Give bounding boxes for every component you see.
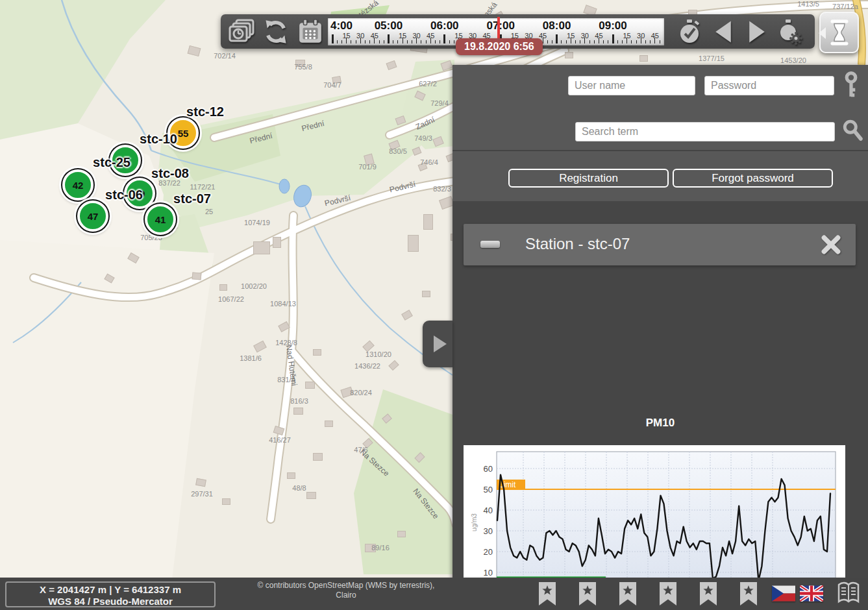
parcel-label: 1381/6 [240, 354, 262, 362]
parcel-label: 746/4 [420, 158, 438, 166]
bookmark-star-icon [700, 582, 717, 605]
station-marker-value: 47 [77, 201, 108, 232]
timeline-quarter-label: 15 [623, 32, 630, 40]
map-building [273, 237, 281, 248]
timeline-tick [617, 40, 618, 43]
timeline-hour-label: 07:00 [486, 19, 514, 32]
parcel-label: 297/31 [191, 490, 213, 498]
timeline-tick [552, 40, 552, 43]
collapse-minus-button[interactable] [480, 241, 500, 248]
timeline-tick [351, 40, 351, 43]
registration-button[interactable]: Registration [508, 169, 669, 188]
map-building [408, 235, 419, 252]
timeline-quarter-label: 15 [342, 32, 350, 40]
bookmark-star-button[interactable] [660, 582, 676, 605]
parcel-label: 416/27 [269, 436, 291, 444]
timeline-tick [561, 40, 562, 43]
parcel-label: 1377/15 [699, 55, 725, 62]
timeline-tick [575, 40, 576, 43]
timeline-tick [412, 40, 412, 43]
timeline-tick [449, 40, 450, 43]
coordinates-readout: X = 2041427 m | Y = 6412337 m WGS 84 / P… [5, 581, 216, 607]
map-building [423, 214, 433, 230]
timeline-tick [603, 40, 604, 43]
chart-title: PM10 [453, 417, 868, 430]
timeline-tick [388, 34, 390, 43]
station-marker[interactable]: 47 [76, 199, 110, 233]
panel-toggle-button[interactable] [423, 321, 453, 367]
legend-book-button[interactable] [837, 581, 860, 607]
magnifier-icon [842, 118, 863, 141]
czech-flag-button[interactable] [772, 585, 795, 602]
bookmark-star-button[interactable] [700, 582, 717, 605]
panel-divider [453, 150, 868, 151]
bookmark-star-button[interactable] [539, 582, 556, 605]
timeline-tick [580, 40, 580, 43]
search-input[interactable] [575, 122, 835, 141]
timeline-cursor[interactable] [497, 17, 500, 40]
bookmark-star-icon [579, 582, 596, 605]
station-title: Station - stc-07 [525, 235, 630, 253]
forgot-password-button[interactable]: Forgot password [673, 169, 833, 188]
timeline-quarter-label: 15 [567, 32, 575, 40]
password-input[interactable] [704, 76, 834, 95]
map-building [293, 408, 303, 415]
timeline-tick [435, 40, 436, 43]
station-marker[interactable]: 41 [143, 202, 177, 236]
station-section: Station - stc-07 PM10 010203040506013.08… [453, 201, 868, 610]
station-label: stc-10 [140, 132, 177, 147]
calendar-button[interactable] [296, 19, 325, 45]
timeline-hour-label: 08:00 [543, 19, 571, 32]
right-panel: Registration Forgot password Station - s… [453, 65, 868, 610]
timeline-tick [556, 34, 558, 43]
bottom-status-bar: X = 2041427 m | Y = 6412337 m WGS 84 / P… [0, 578, 868, 610]
station-label: stc-12 [186, 104, 224, 119]
czech-flag-icon [772, 585, 795, 602]
parcel-label: 830/5 [389, 147, 407, 155]
close-button[interactable] [821, 234, 841, 255]
history-frames-button[interactable] [227, 19, 256, 45]
timeline-hour-label: 4:00 [330, 19, 353, 32]
timeline-quarter-label: 30 [412, 32, 420, 40]
parcel-label: 749/3 [414, 134, 432, 142]
svg-text:60: 60 [484, 464, 493, 474]
timeline-tick [397, 40, 398, 43]
uk-flag-icon [800, 585, 823, 602]
parcel-label: 737/12a [832, 3, 858, 10]
parcel-label: 704/7 [323, 81, 341, 89]
station-panel-header: Station - stc-07 [464, 224, 856, 265]
hourglass-button[interactable] [819, 12, 859, 53]
uk-flag-button[interactable] [800, 585, 823, 602]
station-marker-value: 42 [62, 169, 93, 201]
key-login-button[interactable] [842, 71, 860, 103]
parcel-label: 832/3 [433, 185, 451, 193]
map-building [195, 478, 206, 487]
parcel-label: 1002/20 [241, 282, 267, 290]
timeline-hour-label: 06:00 [430, 19, 458, 32]
bookmark-star-button[interactable] [619, 582, 636, 605]
svg-text:20: 20 [484, 547, 493, 557]
step-forward-button[interactable] [743, 19, 771, 45]
timeline-quarter-label: 30 [581, 32, 589, 40]
bookmark-star-button[interactable] [740, 582, 757, 605]
timeline-tick [337, 40, 338, 43]
bookmark-star-button[interactable] [579, 582, 596, 605]
username-input[interactable] [568, 76, 695, 95]
parcel-label: 755/8 [294, 63, 312, 71]
map-building [313, 453, 323, 461]
step-backward-button[interactable] [709, 19, 738, 45]
timer-settings-button[interactable] [776, 19, 805, 45]
timer-start-button[interactable] [675, 19, 704, 45]
chevron-right-icon [434, 336, 447, 352]
map-building [397, 531, 406, 537]
svg-text:30: 30 [484, 526, 493, 536]
map-building [325, 421, 333, 427]
parcel-label: 627/2 [419, 80, 437, 88]
bookmark-star-icon [660, 582, 676, 605]
parcel-label: 1074/19 [244, 219, 270, 226]
hourglass-icon [828, 19, 851, 46]
refresh-button[interactable] [262, 19, 290, 45]
station-marker[interactable]: 42 [61, 168, 95, 202]
timeline-tick [443, 34, 445, 43]
search-button[interactable] [842, 118, 863, 143]
